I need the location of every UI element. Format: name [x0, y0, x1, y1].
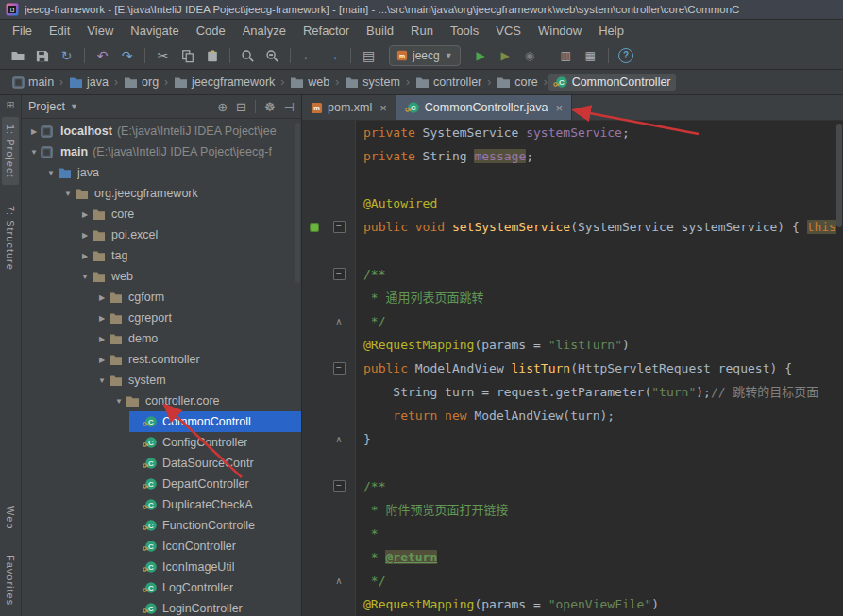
menu-edit[interactable]: Edit	[41, 22, 78, 40]
profiler-icon[interactable]: ◉	[518, 45, 542, 66]
editor-scrollbar[interactable]	[836, 124, 842, 227]
tree-expanded-arrow[interactable]: ▼	[44, 169, 58, 177]
tree-collapsed-arrow[interactable]: ▶	[78, 252, 92, 260]
tree-item-commoncontroll[interactable]: CCommonControll	[22, 411, 301, 432]
project-view-selector[interactable]: Project ▼	[28, 100, 78, 113]
tree-item-org-jeecgframework[interactable]: ▼org.jeecgframework	[22, 183, 301, 204]
tree-expanded-arrow[interactable]: ▼	[112, 397, 126, 406]
paste-icon[interactable]	[200, 45, 224, 66]
help-icon[interactable]: ?	[615, 45, 638, 66]
back-icon[interactable]: ←	[296, 45, 320, 66]
fold-end-icon[interactable]: ∧	[335, 575, 342, 586]
tree-collapsed-arrow[interactable]: ▶	[95, 356, 109, 364]
editor-area[interactable]: mpom.xml×CCommonController.java× −−∧−∧−∧…	[302, 95, 843, 616]
menu-file[interactable]: File	[4, 22, 41, 40]
editor-tab-commoncontroller-java[interactable]: CCommonController.java×	[396, 95, 572, 120]
fold-end-icon[interactable]: ∧	[335, 434, 342, 444]
tree-item-iconimageutil[interactable]: CIconImageUtil	[22, 557, 301, 577]
menu-build[interactable]: Build	[358, 22, 402, 40]
menu-tools[interactable]: Tools	[442, 22, 487, 40]
tree-item-rest-controller[interactable]: ▶rest.controller	[22, 349, 301, 370]
save-icon[interactable]	[30, 45, 54, 66]
breadcrumb-item-core[interactable]: core	[492, 74, 542, 91]
menu-view[interactable]: View	[78, 22, 122, 40]
tree-item-logcontroller[interactable]: CLogController	[22, 577, 301, 598]
toolwindow-button-favorites[interactable]: Favorites	[2, 547, 19, 613]
breadcrumb-item-org[interactable]: org	[119, 74, 163, 91]
tree-item-iconcontroller[interactable]: CIconController	[22, 536, 301, 557]
history-icon[interactable]: ▤	[357, 45, 380, 66]
run-icon[interactable]: ▶	[469, 45, 493, 66]
menu-help[interactable]: Help	[590, 22, 632, 40]
tree-expanded-arrow[interactable]: ▼	[78, 273, 92, 281]
coverage-icon[interactable]: ▶	[494, 45, 517, 66]
menu-navigate[interactable]: Navigate	[122, 22, 187, 40]
tree-item-tag[interactable]: ▶tag	[22, 245, 301, 266]
tree-item-departcontroller[interactable]: CDepartController	[22, 474, 301, 494]
tree-expanded-arrow[interactable]: ▼	[95, 376, 109, 385]
menu-run[interactable]: Run	[402, 22, 442, 40]
tree-item-configcontroller[interactable]: CConfigController	[22, 432, 301, 453]
tree-collapsed-arrow[interactable]: ▶	[78, 210, 92, 219]
tree-item-main[interactable]: ▼main(E:\java\InteliJ IDEA Poject\jeecg-…	[22, 142, 301, 162]
breadcrumb-item-commoncontroller[interactable]: CCommonController	[548, 74, 676, 91]
forward-icon[interactable]: →	[321, 45, 345, 66]
toolwindow-button-7-structure[interactable]: 7: Structure	[2, 198, 19, 278]
tree-item-poi-excel[interactable]: ▶poi.excel	[22, 225, 301, 245]
tree-item-datasourcecontr[interactable]: CDataSourceContr	[22, 453, 301, 474]
settings-icon[interactable]: ☸	[264, 100, 276, 114]
fold-collapse-icon[interactable]: −	[333, 362, 346, 375]
collapse-all-icon[interactable]: ⊟	[236, 100, 246, 114]
fold-collapse-icon[interactable]: −	[333, 480, 346, 492]
tree-expanded-arrow[interactable]: ▼	[61, 190, 75, 198]
tree-item-demo[interactable]: ▶demo	[22, 328, 301, 349]
toolwindow-button-1-project[interactable]: 1: Project	[2, 117, 19, 185]
tree-item-duplicatechecka[interactable]: CDuplicateCheckA	[22, 494, 301, 515]
tree-item-cgreport[interactable]: ▶cgreport	[22, 308, 301, 328]
breadcrumb-item-main[interactable]: main	[8, 74, 59, 91]
code-editor[interactable]: −−∧−∧−∧ private SystemService systemServ…	[302, 121, 843, 616]
spring-bean-gutter-icon[interactable]	[310, 223, 319, 232]
tree-item-java[interactable]: ▼java	[22, 162, 301, 183]
tree-item-functioncontrolle[interactable]: CFunctionControlle	[22, 515, 301, 536]
copy-icon[interactable]	[176, 45, 199, 66]
tree-expanded-arrow[interactable]: ▼	[27, 148, 41, 157]
close-tab-icon[interactable]: ×	[555, 101, 563, 115]
tree-item-system[interactable]: ▼system	[22, 370, 301, 391]
toolwindow-button-web[interactable]: Web	[2, 498, 19, 537]
tree-item-web[interactable]: ▼web	[22, 266, 301, 287]
tree-item-controller-core[interactable]: ▼controller.core	[22, 391, 301, 411]
close-tab-icon[interactable]: ×	[379, 101, 387, 115]
breadcrumb-item-web[interactable]: web	[285, 74, 334, 91]
editor-tab-pom-xml[interactable]: mpom.xml×	[302, 95, 396, 120]
tree-collapsed-arrow[interactable]: ▶	[78, 231, 92, 240]
run-configuration-select[interactable]: m jeecg ▼	[389, 45, 461, 66]
tree-collapsed-arrow[interactable]: ▶	[95, 293, 109, 302]
tree-item-localhost[interactable]: ▶localhost(E:\java\InteliJ IDEA Poject\j…	[22, 121, 301, 142]
open-icon[interactable]	[6, 45, 29, 66]
breadcrumb-item-jeecgframework[interactable]: jeecgframework	[169, 74, 279, 91]
hide-icon[interactable]: ⊣	[284, 100, 295, 114]
sync-icon[interactable]: ↻	[55, 45, 78, 66]
breadcrumb-item-system[interactable]: system	[340, 74, 405, 91]
fold-end-icon[interactable]: ∧	[335, 316, 342, 326]
redo-icon[interactable]: ↷	[115, 45, 139, 66]
show-toolwindows-icon[interactable]: ⊞	[6, 99, 14, 111]
tree-collapsed-arrow[interactable]: ▶	[95, 314, 109, 323]
menu-analyze[interactable]: Analyze	[234, 22, 295, 40]
grid-icon[interactable]: ▦	[579, 45, 602, 66]
tree-item-logincontroller[interactable]: CLoginController	[22, 598, 301, 616]
fold-collapse-icon[interactable]: −	[333, 221, 346, 233]
breadcrumb-item-java[interactable]: java	[64, 74, 113, 91]
tree-item-cgform[interactable]: ▶cgform	[22, 287, 301, 308]
undo-icon[interactable]: ↶	[91, 45, 114, 66]
cut-icon[interactable]: ✂	[151, 45, 175, 66]
tree-collapsed-arrow[interactable]: ▶	[95, 335, 109, 343]
fold-collapse-icon[interactable]: −	[333, 268, 346, 280]
breadcrumb-item-controller[interactable]: controller	[411, 74, 486, 91]
menu-window[interactable]: Window	[530, 22, 590, 40]
code-area[interactable]: private SystemService systemService;priv…	[356, 121, 843, 616]
events-icon[interactable]: ▥	[554, 45, 578, 66]
locate-icon[interactable]: ⊕	[217, 100, 228, 114]
replace-icon[interactable]	[261, 45, 284, 66]
